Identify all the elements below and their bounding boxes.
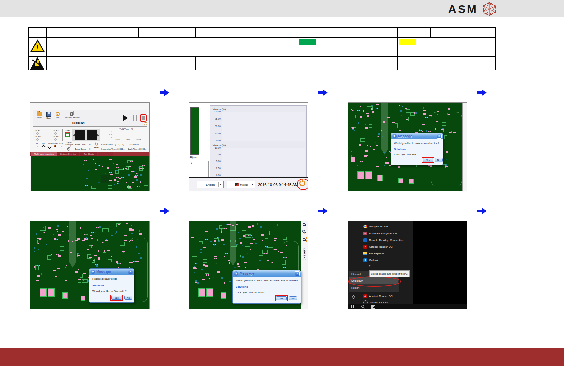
info-button[interactable]: i Info xyxy=(54,112,62,119)
search-icon xyxy=(361,305,364,308)
save-button[interactable]: Save xyxy=(44,112,53,119)
table-line xyxy=(397,28,398,37)
units-select[interactable]: Metric ▾ xyxy=(227,181,255,188)
no-button[interactable]: No xyxy=(289,296,297,300)
close-icon[interactable]: × xyxy=(295,271,300,276)
dialog-titlebar[interactable]: ? Message xyxy=(391,133,443,139)
yes-button[interactable]: Yes xyxy=(276,296,287,300)
pcb-pad xyxy=(77,238,80,240)
pcb-component xyxy=(377,175,383,181)
language-select[interactable]: English ▾ xyxy=(197,181,224,188)
play-button[interactable] xyxy=(123,115,128,121)
pause-button[interactable] xyxy=(133,115,137,121)
pcb-outline xyxy=(144,182,148,186)
shutdown-tooltip: Closes all apps and turns off the PC. xyxy=(369,270,410,277)
esd-icon xyxy=(29,57,45,70)
conveyor-left-arrow-icon[interactable] xyxy=(73,134,75,137)
pcb-component xyxy=(48,288,55,297)
stop-button[interactable] xyxy=(142,116,145,120)
common-settings-label: Common Settings xyxy=(64,116,80,118)
pcb-plus-mark: + xyxy=(140,180,141,182)
taskbar-search-button[interactable] xyxy=(361,305,364,308)
close-icon[interactable]: × xyxy=(128,270,133,274)
pcb-chip xyxy=(34,247,35,249)
pcb-plus-mark: + xyxy=(446,158,447,160)
buffer-control[interactable]: Buffer xyxy=(64,129,71,137)
load-icon xyxy=(37,112,42,116)
zoom-out-button[interactable] xyxy=(303,223,306,226)
pcb-chip xyxy=(210,241,212,242)
app-item-outlook[interactable]: O Outlook xyxy=(363,258,378,262)
tab-right-lane-inspection[interactable]: Right Lane Inspection xyxy=(31,152,57,156)
dialog-titlebar[interactable]: ? Message xyxy=(233,270,301,277)
pcb-chip xyxy=(128,174,130,176)
screenshot-shutdown-software: +++++++++++++++++++ 1:1 LEGEND ? Message… xyxy=(189,221,308,309)
pcb-chip xyxy=(197,282,199,284)
app-item-file-explorer[interactable]: File Explorer xyxy=(363,251,384,256)
board-up-button[interactable]: Up xyxy=(40,143,46,148)
pcb-pad xyxy=(110,174,113,175)
app-item-acrobat-2[interactable]: A Acrobat Reader DC xyxy=(363,293,393,298)
pcb-strip xyxy=(381,103,388,149)
pcb-pad xyxy=(422,124,425,125)
menu-item-hibernate[interactable]: Hibernate xyxy=(351,273,362,276)
pcb-plus-mark: + xyxy=(105,172,107,174)
conveyor-right-arrow-icon[interactable] xyxy=(97,134,99,137)
section-header[interactable]: # xyxy=(369,264,370,268)
pcb-chip xyxy=(257,223,258,225)
no-button[interactable]: No xyxy=(124,296,132,300)
menu-item-restart[interactable]: Restart xyxy=(351,286,359,289)
windows-start-button[interactable] xyxy=(351,305,354,308)
pcb-pad xyxy=(367,145,369,146)
load-button[interactable]: Load xyxy=(35,112,44,119)
yes-button[interactable]: Yes xyxy=(111,296,122,300)
pcb-pad xyxy=(392,122,395,123)
pcb-pad xyxy=(137,186,138,187)
board-down-button[interactable]: Down xyxy=(46,143,52,148)
tab-settings-overview[interactable]: Settings Overview xyxy=(57,152,79,156)
table-line xyxy=(29,56,495,57)
pcb-plus-mark: + xyxy=(364,115,365,117)
zoom-select-tool-active[interactable] xyxy=(302,237,307,242)
yield-xtick: Select xyxy=(136,139,141,141)
pcb-chip xyxy=(140,174,141,176)
tab-run-charts[interactable]: Run Charts xyxy=(80,152,97,156)
right-scroll-strip[interactable] xyxy=(462,103,467,191)
down-chevron-icon xyxy=(47,145,52,149)
app-item-chrome[interactable]: Google Chrome xyxy=(363,224,388,229)
close-icon[interactable]: × xyxy=(437,134,442,139)
pcb-chip xyxy=(83,164,84,165)
yes-button[interactable]: Yes xyxy=(423,158,433,162)
up-chevron-icon xyxy=(41,145,46,149)
right-tool-strip: 1:1 LEGEND xyxy=(301,221,308,309)
pcb-pad xyxy=(228,260,229,261)
pcb-plus-mark: + xyxy=(106,238,107,240)
pcb-chip xyxy=(69,234,70,236)
pcb-plus-mark: + xyxy=(252,236,253,238)
pcb-pad xyxy=(351,109,352,110)
reset-button[interactable]: ↻ Reset xyxy=(93,142,100,148)
common-settings-button[interactable]: Common Settings xyxy=(63,112,80,119)
board-in-button[interactable]: In → xyxy=(34,143,40,148)
dialog-titlebar[interactable]: ? Message xyxy=(89,269,134,275)
table-line xyxy=(88,28,88,37)
dialog-hint: Click "yes" to save xyxy=(394,153,416,156)
pcb-resistor xyxy=(37,265,40,266)
pcb-outline xyxy=(245,246,250,250)
pcb-resistor xyxy=(121,177,124,178)
app-item-storyline[interactable]: sl Articulate Storyline 360 xyxy=(363,231,397,236)
pcb-outline xyxy=(35,240,38,244)
app-item-acrobat[interactable]: A Acrobat Reader DC xyxy=(363,244,393,249)
zoom-1-1-button[interactable]: 1:1 xyxy=(302,230,305,234)
task-view-button[interactable] xyxy=(371,305,375,309)
power-rail-button[interactable] xyxy=(352,296,355,299)
no-button[interactable]: No xyxy=(435,158,443,162)
app-item-rdc[interactable]: ⌐ Remote Desktop Connection xyxy=(363,238,403,242)
pcb-pad xyxy=(82,240,85,241)
datetime-value: 2016-10-06 9:14:45 AM xyxy=(258,183,298,187)
board-delete-button[interactable]: Delete X xyxy=(52,143,58,148)
pcb-pad xyxy=(436,121,438,123)
pcb-outline xyxy=(40,226,46,231)
adjust-conveyor-button[interactable]: Adjust Conveyor xyxy=(64,142,74,148)
board-out-button[interactable]: Out → xyxy=(58,143,64,148)
